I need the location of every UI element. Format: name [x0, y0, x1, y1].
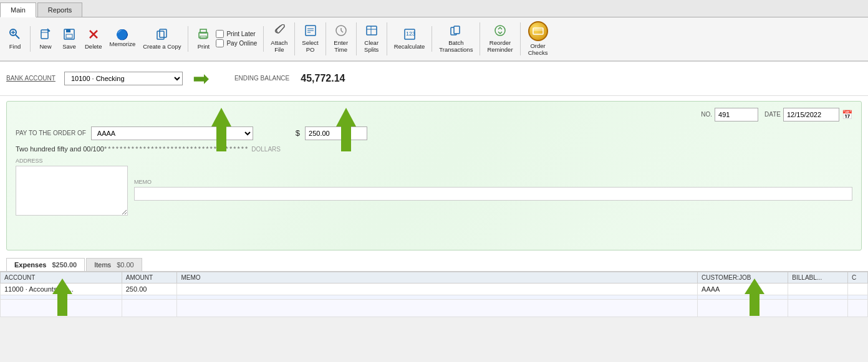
print-later-checkbox[interactable] [216, 30, 224, 38]
green-arrow-2 [334, 108, 359, 153]
tab-expenses[interactable]: Expenses $250.00 [6, 258, 85, 271]
batch-transactions-button[interactable]: BatchTransactions [436, 22, 476, 55]
address-textarea[interactable] [16, 166, 128, 216]
new-button[interactable]: New [34, 26, 57, 52]
address-block: ADDRESS [16, 158, 128, 217]
attach-icon [273, 24, 286, 39]
tab-reports[interactable]: Reports [37, 2, 83, 17]
batch-icon [450, 24, 462, 39]
check-date-group: DATE 📅 [764, 108, 852, 121]
toolbar-group-clear-splits: ClearSplits [360, 22, 387, 55]
table-row[interactable]: 11000 · Accounts Re... 250.00 AAAA [1, 283, 868, 295]
toolbar-group-order-checks: OrderChecks [524, 20, 556, 58]
print-icon [197, 28, 210, 42]
reorder-reminder-label: ReorderReminder [487, 39, 513, 54]
svg-rect-10 [66, 29, 70, 32]
cell-customer-job: AAAA [698, 283, 788, 295]
print-button[interactable]: Print [192, 26, 215, 52]
cell-empty [848, 295, 868, 299]
print-label: Print [198, 43, 210, 50]
cell-empty [1, 295, 122, 299]
cell-empty [122, 299, 177, 317]
delete-button[interactable]: Delete [82, 26, 105, 52]
enter-time-button[interactable]: EnterTime [330, 22, 352, 55]
memorize-icon: 🔵 [116, 30, 128, 40]
cell-empty [788, 295, 848, 299]
ending-balance-label: ENDING BALANCE [234, 75, 289, 82]
clear-splits-button[interactable]: ClearSplits [360, 22, 383, 55]
check-no-group: NO. [701, 108, 758, 121]
svg-line-1 [16, 35, 19, 39]
new-label: New [39, 43, 51, 50]
dollars-label: DOLLARS [251, 146, 281, 153]
cell-memo [177, 283, 698, 295]
memo-block: MEMO [134, 179, 852, 217]
tab-main[interactable]: Main [0, 2, 36, 17]
memorize-label: Memorize [109, 40, 135, 47]
pay-to-row: PAY TO THE ORDER OF AAAA $ [16, 126, 852, 140]
main-content: BANK ACCOUNT 10100 · Checking ➡ ENDING B… [0, 62, 868, 317]
svg-text:123: 123 [406, 31, 415, 37]
clear-splits-icon [365, 24, 378, 39]
attach-file-button[interactable]: AttachFile [268, 22, 291, 55]
svg-rect-34 [533, 28, 543, 34]
memo-input[interactable] [134, 187, 852, 201]
cell-billable [788, 283, 848, 295]
find-button[interactable]: Find [4, 26, 26, 52]
col-billable: BILLABL... [788, 272, 848, 283]
delete-label: Delete [85, 43, 102, 50]
copy-icon [156, 28, 168, 42]
svg-rect-14 [157, 31, 164, 39]
order-checks-label: OrderChecks [528, 42, 548, 57]
order-checks-button[interactable]: OrderChecks [524, 20, 552, 58]
green-arrow-1 [209, 108, 234, 153]
pay-online-option[interactable]: Pay Online [216, 39, 257, 47]
expenses-amount: $250.00 [52, 261, 77, 269]
toolbar-group-recalculate: 123 Recalculate [391, 26, 433, 52]
print-pay-options: Print Later Pay Online [216, 30, 257, 47]
memorize-button[interactable]: 🔵 Memorize [106, 28, 138, 49]
cell-empty [177, 295, 698, 299]
check-no-input[interactable] [715, 108, 758, 121]
bank-account-select[interactable]: 10100 · Checking [64, 72, 183, 85]
batch-transactions-label: BatchTransactions [439, 39, 473, 54]
dollar-sign: $ [296, 128, 300, 138]
table-row-empty-1[interactable] [1, 295, 868, 299]
data-table: ACCOUNT AMOUNT MEMO CUSTOMER:JOB BILLABL… [0, 272, 868, 317]
check-date-input[interactable] [783, 108, 839, 121]
cell-amount: 250.00 [122, 283, 177, 295]
bottom-tabs: Expenses $250.00 Items $0.00 [0, 255, 868, 272]
address-memo-row: ADDRESS MEMO [16, 158, 852, 217]
create-copy-button[interactable]: Create a Copy [140, 26, 184, 52]
bank-arrow-icon: ➡ [193, 67, 210, 90]
amount-words-row: Two hundred fifty and 00/100************… [16, 145, 852, 153]
print-later-option[interactable]: Print Later [216, 30, 257, 38]
svg-rect-4 [41, 30, 48, 39]
address-label: ADDRESS [16, 158, 128, 164]
reorder-reminder-button[interactable]: ReorderReminder [484, 22, 516, 55]
select-po-button[interactable]: SelectPO [299, 22, 321, 55]
col-c: C [848, 272, 868, 283]
recalculate-label: Recalculate [394, 43, 425, 50]
save-button[interactable]: Save [58, 26, 80, 52]
pay-online-label: Pay Online [226, 40, 257, 47]
check-area: NO. DATE 📅 PAY TO THE ORDER OF AAAA $ Tw… [6, 101, 862, 250]
check-date-label: DATE [764, 111, 781, 118]
col-memo: MEMO [177, 272, 698, 283]
svg-rect-26 [367, 26, 377, 35]
svg-line-25 [341, 31, 343, 32]
pay-online-checkbox[interactable] [216, 39, 224, 47]
create-copy-label: Create a Copy [143, 43, 181, 50]
ending-balance-value: 45,772.14 [301, 73, 345, 84]
col-amount: AMOUNT [122, 272, 177, 283]
calendar-icon[interactable]: 📅 [842, 110, 852, 120]
svg-rect-15 [160, 29, 166, 37]
cell-c [848, 283, 868, 295]
table-row-empty-2[interactable] [1, 299, 868, 317]
recalculate-button[interactable]: 123 Recalculate [391, 26, 428, 52]
toolbar-group-reorder: ReorderReminder [484, 22, 520, 55]
tab-items[interactable]: Items $0.00 [86, 258, 142, 271]
print-later-label: Print Later [226, 31, 255, 37]
cell-empty [698, 295, 788, 299]
pay-to-label: PAY TO THE ORDER OF [16, 130, 86, 136]
